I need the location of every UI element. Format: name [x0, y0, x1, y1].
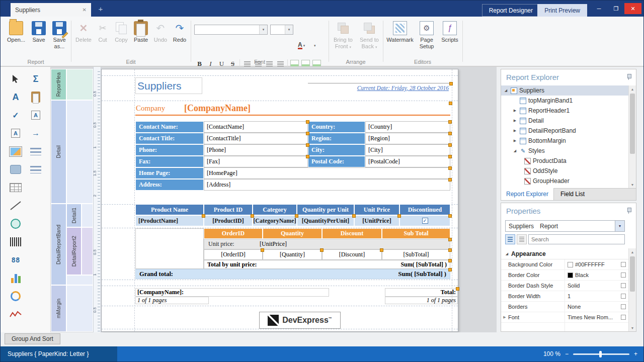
- pin-icon[interactable]: [626, 74, 631, 80]
- smart-tag-icon[interactable]: [306, 132, 309, 135]
- tab-report-explorer[interactable]: Report Explorer: [501, 188, 554, 200]
- field-label[interactable]: Phone:: [135, 144, 204, 156]
- chevron-down-icon[interactable]: ▾: [615, 221, 624, 231]
- property-row[interactable]: Border Color Black: [501, 270, 628, 281]
- line-tool[interactable]: [8, 198, 24, 214]
- expander-icon[interactable]: ▶: [512, 139, 518, 143]
- property-checkbox[interactable]: [621, 294, 626, 299]
- property-row[interactable]: Borders None: [501, 302, 628, 312]
- column-header[interactable]: Discount: [322, 228, 382, 239]
- scroll-down-icon[interactable]: ▼: [629, 181, 636, 188]
- property-row[interactable]: ▶ Font Times New Rom...: [501, 312, 628, 323]
- pointer-tool[interactable]: [8, 71, 24, 87]
- tree-node-detail[interactable]: ▶ Detail: [501, 116, 628, 126]
- smart-tag-icon[interactable]: [306, 120, 309, 124]
- vertical-ruler[interactable]: 0.5 0.5 1 1.5 2 0.5 1 0.5: [93, 67, 101, 333]
- font-name-combobox[interactable]: ▾: [194, 25, 268, 35]
- smart-tag-icon[interactable]: [449, 82, 453, 85]
- properties-scrollbar[interactable]: ▲ ▼: [628, 248, 636, 331]
- report-title-label[interactable]: Suppliers: [135, 77, 202, 94]
- band-detail[interactable]: Detail: [51, 100, 66, 204]
- expander-icon[interactable]: ▶: [512, 129, 518, 133]
- field-value[interactable]: [Fax]: [204, 156, 308, 167]
- zoom-in-button[interactable]: +: [634, 350, 637, 357]
- crossband-tool[interactable]: [28, 161, 44, 177]
- redo-button[interactable]: ↷ Redo: [171, 21, 189, 43]
- tree-node-odd-style[interactable]: OddStyle: [501, 166, 628, 176]
- smart-tag-icon[interactable]: [456, 287, 459, 291]
- property-checkbox[interactable]: [621, 283, 626, 288]
- zoom-slider[interactable]: [573, 353, 629, 355]
- zipcode-tool[interactable]: 88: [8, 252, 24, 268]
- tree-node-bottom-margin[interactable]: ▶ BottomMargin: [501, 136, 628, 146]
- save-button[interactable]: Save: [29, 21, 49, 43]
- field-cell[interactable]: [ProductID]: [204, 215, 253, 226]
- field-label[interactable]: Address:: [135, 179, 204, 191]
- band-detail1[interactable]: Detail1: [66, 204, 82, 227]
- smart-tag-icon[interactable]: [352, 214, 356, 218]
- smart-tag-icon[interactable]: [261, 248, 264, 252]
- font-size-combobox[interactable]: ▾: [270, 25, 293, 35]
- field-label[interactable]: Fax:: [135, 156, 204, 167]
- band-report-header[interactable]: ReportHea: [51, 69, 66, 100]
- property-checkbox[interactable]: [621, 304, 626, 309]
- undo-button[interactable]: ↶ Undo: [151, 21, 170, 43]
- tree-node-detail-report-band[interactable]: ▶ DetailReportBand: [501, 126, 628, 136]
- character-comb-tool[interactable]: A: [8, 125, 24, 141]
- tree-node-group-header[interactable]: GroupHeader: [501, 176, 628, 186]
- font-color-button[interactable]: A ▾: [296, 41, 306, 51]
- field-value[interactable]: [Country]: [365, 121, 450, 133]
- tree-node-top-margin[interactable]: topMarginBand1: [501, 96, 628, 106]
- sparkline-tool[interactable]: [8, 306, 24, 322]
- tab-print-preview[interactable]: Print Preview: [537, 4, 587, 17]
- chart-tool[interactable]: [8, 270, 24, 286]
- column-header[interactable]: Sub Total: [382, 228, 450, 239]
- field-value[interactable]: [ContactName]: [204, 121, 308, 133]
- minimize-button[interactable]: ─: [591, 3, 607, 14]
- pageinfo-tool[interactable]: A: [28, 107, 44, 123]
- property-row[interactable]: Border Dash Style Solid: [501, 281, 628, 291]
- expander-icon[interactable]: ◢: [504, 252, 510, 256]
- delete-button[interactable]: ✕ Delete: [74, 21, 93, 43]
- field-value[interactable]: [ContactTitle]: [204, 133, 308, 144]
- scrollbar-thumb[interactable]: [630, 94, 635, 154]
- gauge-tool[interactable]: [8, 288, 24, 304]
- column-header[interactable]: Category: [253, 204, 297, 215]
- send-to-back-button[interactable]: Send to Back ▾: [357, 21, 382, 49]
- field-cell[interactable]: [ProductName]: [135, 215, 204, 226]
- column-header[interactable]: Unit Price: [354, 204, 399, 215]
- field-value[interactable]: [HomePage]: [204, 167, 450, 179]
- object-selector[interactable]: Suppliers Report ▾: [505, 220, 625, 232]
- field-label[interactable]: City:: [308, 144, 365, 156]
- unit-price-row[interactable]: Unit price: [UnitPrice]: [204, 239, 450, 249]
- smart-tag-icon[interactable]: [448, 214, 452, 218]
- property-search-input[interactable]: [528, 234, 625, 244]
- smart-tag-icon[interactable]: [448, 259, 452, 262]
- field-cell[interactable]: [OrderID]: [204, 249, 263, 260]
- more-colors-button[interactable]: ▾: [312, 41, 317, 51]
- tree-node-product-data[interactable]: ProductData: [501, 156, 628, 166]
- field-cell[interactable]: [Discount]: [322, 249, 382, 260]
- field-cell[interactable]: [Quantity]: [263, 249, 322, 260]
- grand-total-row[interactable]: Grand total: Sum( [SubTotal] ): [135, 269, 450, 279]
- property-row[interactable]: Border Width 1: [501, 291, 628, 302]
- smart-tag-icon[interactable]: [320, 248, 324, 252]
- summary-tool[interactable]: Σ: [28, 71, 44, 87]
- smart-tag-icon[interactable]: [448, 120, 452, 124]
- picturebox-tool[interactable]: [8, 143, 24, 159]
- tab-field-list[interactable]: Field List: [555, 188, 590, 200]
- empty-cell[interactable]: [135, 228, 204, 269]
- discontinued-checkbox-cell[interactable]: ✓: [399, 215, 450, 226]
- group-and-sort-button[interactable]: Group And Sort: [5, 333, 60, 344]
- column-header[interactable]: Quantity: [263, 228, 322, 239]
- smart-tag-icon[interactable]: [306, 155, 309, 158]
- expander-icon[interactable]: ▶: [501, 315, 508, 319]
- field-value[interactable]: [Phone]: [204, 144, 308, 156]
- pagebreak-tool[interactable]: [28, 143, 44, 159]
- field-value[interactable]: [Address]: [204, 179, 450, 191]
- save-as-button[interactable]: Save as...: [49, 21, 70, 49]
- field-label[interactable]: Region:: [308, 133, 365, 144]
- property-row[interactable]: Background Color #00FFFFFF: [501, 259, 628, 270]
- zoom-out-button[interactable]: −: [565, 350, 569, 357]
- company-name-field[interactable]: [CompanyName]: [184, 103, 251, 114]
